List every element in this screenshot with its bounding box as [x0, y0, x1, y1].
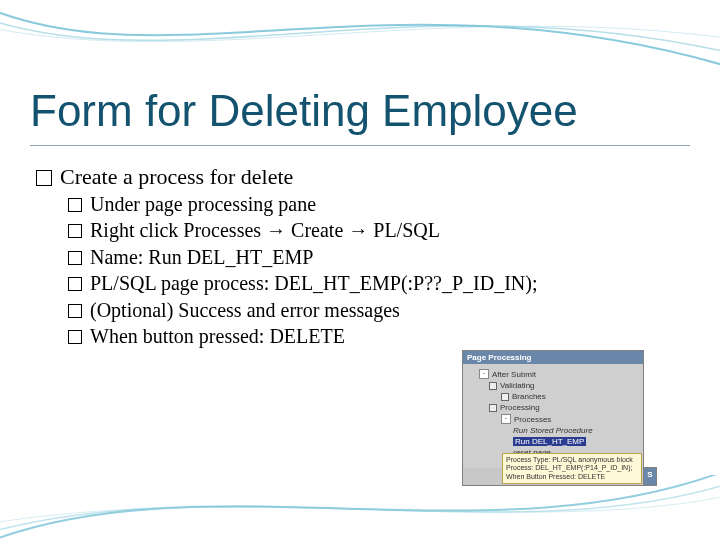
bullet-sub-5: (Optional) Success and error messages — [36, 297, 690, 323]
slide-title: Form for Deleting Employee — [30, 88, 690, 134]
bullet-box-icon — [68, 277, 82, 291]
bullet-sub-3-text: Name: Run DEL_HT_EMP — [90, 244, 313, 270]
tree-processing: Processing — [469, 402, 639, 413]
arrow-icon: → — [266, 219, 286, 241]
embedded-screenshot: Page Processing -After Submit Validating… — [462, 350, 644, 486]
tooltip-line-1: Process Type: PL/SQL anonymous block — [506, 456, 638, 464]
collapse-icon: - — [501, 414, 511, 424]
bullet-sub-4-text: PL/SQL page process: DEL_HT_EMP(:P??_P_I… — [90, 270, 538, 296]
dot-icon — [501, 393, 509, 401]
tree-processes: -Processes — [469, 413, 639, 425]
title-underline — [30, 145, 690, 146]
bullet-sub-1-text: Under page processing pane — [90, 191, 316, 217]
bullet-sub-2-pre: Right click Processes — [90, 219, 266, 241]
bullet-sub-2-post: PL/SQL — [368, 219, 440, 241]
bullet-box-icon — [68, 224, 82, 238]
bullet-main: Create a process for delete — [36, 162, 690, 191]
arrow-icon: → — [348, 219, 368, 241]
decoration-swirl-top — [0, 0, 720, 70]
tree-branches: Branches — [469, 391, 639, 402]
slide-content: Create a process for delete Under page p… — [36, 162, 690, 349]
dot-icon — [489, 382, 497, 390]
bullet-box-icon — [68, 198, 82, 212]
tooltip-line-2: Process: DEL_HT_EMP(:P14_P_ID_IN); — [506, 464, 638, 472]
bullet-sub-2-text: Right click Processes → Create → PL/SQL — [90, 217, 440, 243]
shot-header: Page Processing — [463, 351, 643, 364]
collapse-icon: - — [479, 369, 489, 379]
bullet-sub-2-mid: Create — [286, 219, 348, 241]
bullet-sub-5-text: (Optional) Success and error messages — [90, 297, 400, 323]
bullet-box-icon — [68, 330, 82, 344]
shot-tooltip: Process Type: PL/SQL anonymous block Pro… — [502, 453, 642, 484]
tree-run-stored: Run Stored Procedure — [469, 425, 639, 436]
bullet-main-text: Create a process for delete — [60, 162, 293, 191]
bullet-sub-6-text: When button pressed: DELETE — [90, 323, 345, 349]
bullet-sub-6: When button pressed: DELETE — [36, 323, 690, 349]
bullet-sub-3: Name: Run DEL_HT_EMP — [36, 244, 690, 270]
bullet-sub-2: Right click Processes → Create → PL/SQL — [36, 217, 690, 243]
bullet-box-icon — [68, 304, 82, 318]
tree-run-del: Run DEL_HT_EMP — [469, 436, 639, 447]
tree-validating: Validating — [469, 380, 639, 391]
bullet-sub-1: Under page processing pane — [36, 191, 690, 217]
bullet-box-icon — [36, 170, 52, 186]
bullet-box-icon — [68, 251, 82, 265]
bullet-sub-4: PL/SQL page process: DEL_HT_EMP(:P??_P_I… — [36, 270, 690, 296]
shot-side-tab: S — [644, 467, 657, 486]
tooltip-line-3: When Button Pressed: DELETE — [506, 473, 638, 481]
tree-after-submit: -After Submit — [469, 368, 639, 380]
dot-icon — [489, 404, 497, 412]
